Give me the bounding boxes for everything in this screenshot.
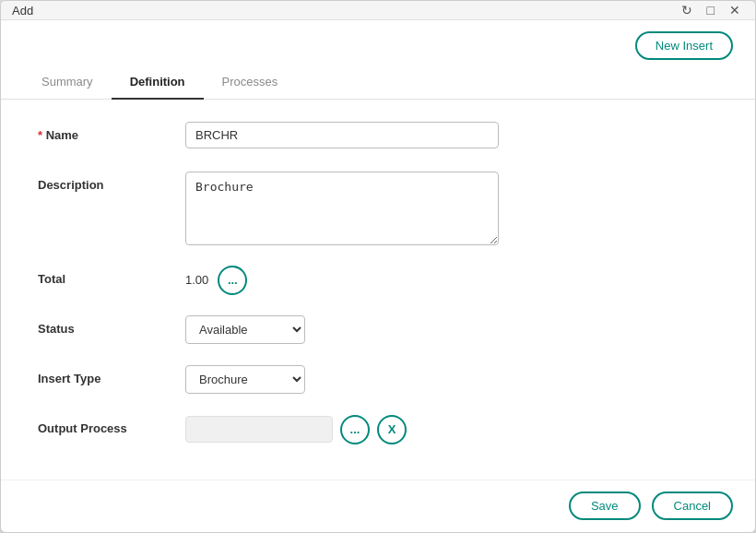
tab-definition[interactable]: Definition <box>112 67 204 100</box>
close-button[interactable]: ✕ <box>726 1 744 19</box>
footer: Save Cancel <box>1 480 755 534</box>
status-select[interactable]: Available Unavailable Pending <box>185 315 305 344</box>
output-browse-button[interactable]: ... <box>340 415 370 444</box>
total-browse-button[interactable]: ... <box>218 266 247 295</box>
output-process-row: Output Process ... X <box>38 415 718 448</box>
description-label: Description <box>38 172 185 192</box>
description-input[interactable]: Brochure <box>185 172 499 245</box>
name-label: Name <box>38 122 185 142</box>
cancel-button[interactable]: Cancel <box>652 492 733 520</box>
title-bar-controls: ↻ □ ✕ <box>678 1 744 19</box>
total-row: Total 1.00 ... <box>38 266 718 299</box>
name-field-container <box>185 122 499 148</box>
status-row: Status Available Unavailable Pending <box>38 315 718 349</box>
tab-processes[interactable]: Processes <box>204 67 297 100</box>
output-process-controls: ... X <box>185 415 407 444</box>
name-input[interactable] <box>185 122 499 148</box>
name-row: Name <box>38 122 718 155</box>
title-bar: Add ↻ □ ✕ <box>1 1 755 20</box>
maximize-icon: □ <box>707 3 715 18</box>
total-label: Total <box>38 266 185 286</box>
status-label: Status <box>38 315 185 336</box>
insert-type-field-container: Brochure Flyer Pamphlet <box>185 365 499 394</box>
form-area: Name Description Brochure Total 1.00 ... <box>1 100 755 480</box>
output-clear-button[interactable]: X <box>377 415 407 444</box>
output-process-label: Output Process <box>38 415 185 435</box>
maximize-button[interactable]: □ <box>703 1 718 19</box>
insert-type-row: Insert Type Brochure Flyer Pamphlet <box>38 365 718 398</box>
save-button[interactable]: Save <box>569 492 641 520</box>
status-field-container: Available Unavailable Pending <box>185 315 499 344</box>
description-row: Description Brochure <box>38 172 718 249</box>
tab-bar: Summary Definition Processes <box>1 67 755 100</box>
window-title: Add <box>12 4 33 18</box>
close-icon: ✕ <box>729 3 740 18</box>
new-insert-button[interactable]: New Insert <box>635 31 733 60</box>
insert-type-label: Insert Type <box>38 365 185 385</box>
window-content: New Insert Summary Definition Processes … <box>1 20 755 533</box>
toolbar: New Insert <box>1 20 755 67</box>
total-controls: 1.00 ... <box>185 266 247 295</box>
add-dialog: Add ↻ □ ✕ New Insert Summary Definition <box>0 0 756 533</box>
insert-type-select[interactable]: Brochure Flyer Pamphlet <box>185 365 305 394</box>
total-value: 1.00 <box>185 273 208 287</box>
refresh-icon: ↻ <box>681 3 692 18</box>
output-process-input[interactable] <box>185 416 333 443</box>
refresh-button[interactable]: ↻ <box>678 1 696 19</box>
description-field-container: Brochure <box>185 172 499 249</box>
tab-summary[interactable]: Summary <box>23 67 112 100</box>
